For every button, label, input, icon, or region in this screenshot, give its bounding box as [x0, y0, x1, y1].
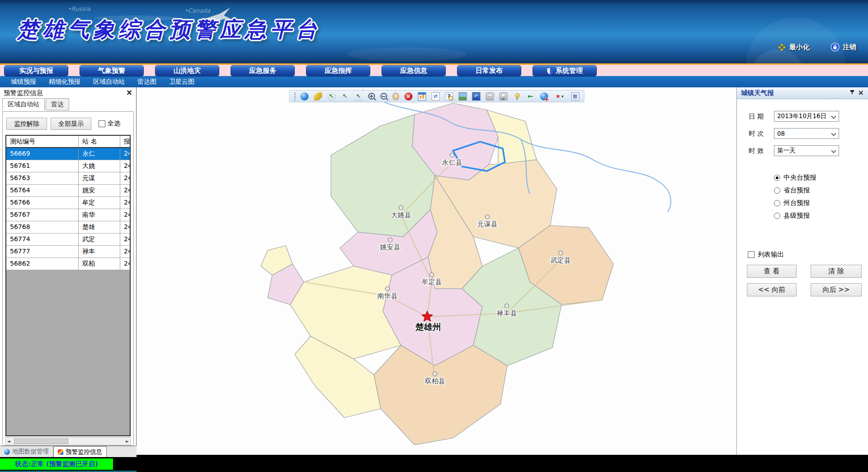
station-name: 元谋 — [79, 172, 120, 184]
table-row[interactable]: 56766 牟定 24小时 — [6, 197, 130, 209]
map-area[interactable]: 永仁县 大姚县 元谋县 姚安县 武定县 牟定县 南华县 禄丰县 双柏县 楚雄州 — [137, 87, 736, 455]
close-icon[interactable]: × — [858, 88, 864, 97]
logout-button[interactable]: 注销 — [830, 43, 856, 52]
station-name: 永仁 — [79, 148, 120, 160]
date-select[interactable]: 2013年10月16日 — [774, 111, 839, 122]
table-row[interactable]: 56669 永仁 24小时 — [6, 148, 130, 160]
tab-weather-warning[interactable]: 气象预警 — [80, 66, 143, 76]
select-dashed-icon[interactable] — [327, 92, 335, 100]
table-row[interactable]: 56862 双柏 24小时 — [6, 258, 130, 270]
clear-button[interactable]: 清 除 — [811, 265, 862, 278]
radio-province-forecast[interactable]: 省台预报 — [774, 186, 810, 195]
select-arrow-icon[interactable] — [341, 92, 349, 100]
tab-emergency-info[interactable]: 应急信息 — [382, 66, 445, 76]
validity-select[interactable]: 第一天 — [774, 145, 839, 156]
tab-flood-geohazard[interactable]: 山洪地灾 — [156, 66, 219, 76]
radio-icon — [774, 213, 780, 219]
tab-system-admin[interactable]: 系统管理 — [533, 66, 596, 76]
table-row[interactable]: 56764 姚安 24小时 — [6, 185, 130, 197]
table-row[interactable]: 56774 武定 24小时 — [6, 234, 130, 246]
radio-central-forecast[interactable]: 中央台预报 — [774, 173, 816, 182]
town-weather-panel: 城镇天气报 × 日 期 2013年10月16日 时 次 08 时 效 第一天 中… — [736, 87, 868, 455]
worldmap-label-russia: •Russia — [68, 5, 90, 12]
radio-county-forecast[interactable]: 县级预报 — [774, 211, 810, 220]
overview-icon[interactable] — [472, 92, 480, 100]
select-all-checkbox[interactable] — [99, 120, 105, 127]
list-output-control: 列表输出 — [748, 250, 784, 259]
print-icon[interactable] — [486, 92, 494, 100]
legend-image-icon[interactable] — [458, 92, 467, 100]
right-panel-title: 城镇天气报 — [741, 89, 774, 97]
tab-label: 应急指挥 — [325, 67, 352, 75]
tab-map-data-management[interactable]: 地图数据管理 — [0, 446, 53, 457]
refresh-icon[interactable] — [431, 92, 439, 100]
globe-icon[interactable] — [300, 92, 308, 100]
marker-pin-icon[interactable] — [513, 92, 521, 100]
table-row[interactable]: 56767 南华 24小时 — [6, 209, 130, 221]
svg-text:双柏县: 双柏县 — [425, 377, 445, 385]
view-button[interactable]: 查 看 — [747, 265, 797, 278]
horizontal-scrollbar[interactable]: ◄ ► — [5, 437, 131, 445]
close-icon[interactable]: × — [126, 88, 132, 97]
station-name: 牟定 — [79, 197, 120, 209]
measure-ruler-icon[interactable] — [314, 92, 322, 100]
scroll-left-icon[interactable]: ◄ — [7, 439, 10, 443]
tab-radar[interactable]: 雷达 — [46, 98, 69, 110]
list-output-checkbox[interactable] — [748, 251, 755, 258]
tab-emergency-command[interactable]: 应急指挥 — [307, 66, 370, 76]
release-monitor-button[interactable]: 监控解除 — [6, 118, 47, 130]
tab-live-forecast[interactable]: 实况与预报 — [5, 66, 68, 76]
subnav-town-forecast[interactable]: 城镇预报 — [11, 78, 36, 86]
stop-icon[interactable] — [404, 92, 412, 100]
export-map-icon[interactable] — [571, 92, 579, 100]
full-extent-icon[interactable] — [418, 92, 426, 100]
hour-label: 时 次 — [749, 129, 764, 138]
subnav-satellite-cloud[interactable]: 卫星云图 — [169, 78, 194, 86]
flash-star-icon[interactable] — [553, 92, 566, 100]
radio-prefecture-forecast[interactable]: 州台预报 — [774, 199, 810, 207]
hour-value: 08 — [777, 130, 785, 137]
page-title: 楚雄气象综合预警应急平台 — [17, 15, 321, 44]
pan-hand-icon[interactable] — [392, 93, 399, 100]
next-button[interactable]: 向后 >> — [811, 283, 862, 296]
station-id: 56761 — [6, 160, 79, 172]
zoom-out-icon[interactable] — [380, 93, 387, 100]
table-row[interactable]: 56777 禄丰 24小时 — [6, 246, 130, 258]
tab-region-auto-station[interactable]: 区域自动站 — [2, 98, 45, 110]
subnav-auto-station[interactable]: 区域自动站 — [93, 78, 125, 86]
print-setup-icon[interactable] — [499, 92, 507, 100]
tab-emergency-service[interactable]: 应急服务 — [231, 66, 294, 76]
toolbar-grip[interactable] — [294, 92, 296, 100]
scroll-right-icon[interactable]: ► — [126, 439, 129, 443]
tab-warning-monitor-info[interactable]: 预警监控信息 — [53, 446, 107, 457]
table-row[interactable]: 56763 元谋 24小时 — [6, 172, 130, 185]
minimize-button[interactable]: 最小化 — [778, 43, 810, 52]
prev-button[interactable]: << 向前 — [747, 283, 797, 296]
subnav-radar-chart[interactable]: 雷达图 — [137, 78, 156, 86]
identify-icon[interactable] — [445, 92, 453, 100]
table-row[interactable]: 56768 楚雄 24小时 — [6, 221, 130, 234]
hour-select[interactable]: 08 — [774, 128, 839, 139]
zoom-in-icon[interactable] — [368, 93, 375, 100]
county-shapes[interactable] — [261, 103, 613, 445]
tab-daily-release[interactable]: 日常发布 — [458, 66, 521, 76]
subnav-fine-forecast[interactable]: 精细化预报 — [49, 78, 80, 86]
main-area: 预警监控信息 × 区域自动站 雷达 监控解除 全部显示 全选 测站编号 站 名 … — [0, 87, 868, 472]
svg-text:永仁县: 永仁县 — [442, 158, 462, 167]
station-alarm: 24小时 — [120, 197, 130, 209]
show-all-button[interactable]: 全部显示 — [51, 118, 91, 130]
app-header: •Russia •Canada •Europe 楚雄气象综合预警应急平台 最小化… — [0, 0, 868, 63]
warning-monitor-panel: 预警监控信息 × 区域自动站 雷达 监控解除 全部显示 全选 测站编号 站 名 … — [0, 87, 137, 472]
scrollbar-thumb[interactable] — [14, 439, 68, 444]
radio-icon — [774, 187, 780, 194]
map-canvas[interactable]: 永仁县 大姚县 元谋县 姚安县 武定县 牟定县 南华县 禄丰县 双柏县 楚雄州 — [137, 87, 736, 455]
select-lasso-icon[interactable] — [354, 92, 363, 100]
station-alarm: 24小时 — [120, 160, 130, 172]
back-arrow-icon[interactable] — [526, 92, 534, 100]
window-actions: 最小化 注销 — [778, 43, 856, 52]
add-globe-icon[interactable] — [540, 92, 548, 100]
col-alarm: 报警 — [120, 136, 130, 147]
pin-icon[interactable] — [850, 90, 854, 96]
table-row[interactable]: 56761 大姚 24小时 — [6, 160, 130, 172]
station-id: 56774 — [6, 234, 79, 245]
